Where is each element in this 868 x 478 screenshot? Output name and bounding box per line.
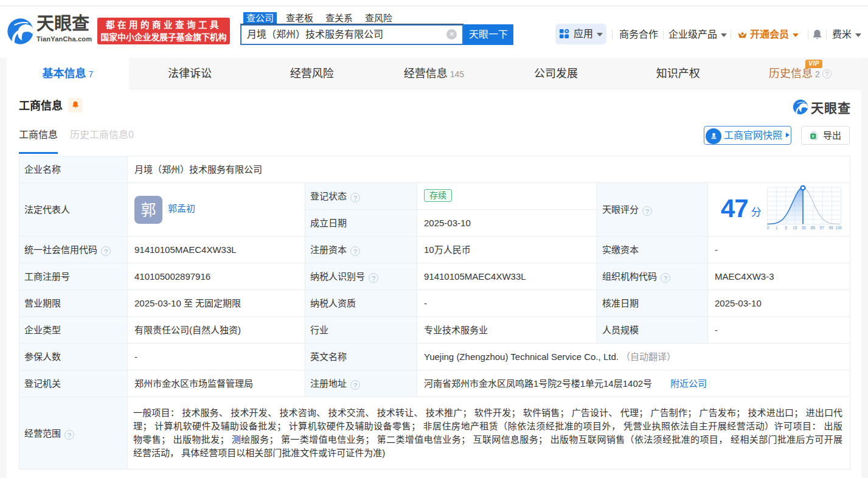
svg-text:15: 15 [793,226,797,230]
svg-text:1: 1 [776,226,778,230]
svg-text:100: 100 [836,226,842,230]
svg-text:0: 0 [767,226,769,230]
svg-text:3: 3 [785,226,787,230]
svg-text:50: 50 [802,226,807,230]
svg-text:85: 85 [811,226,816,230]
svg-text:99: 99 [829,226,834,230]
svg-text:97: 97 [820,226,825,230]
